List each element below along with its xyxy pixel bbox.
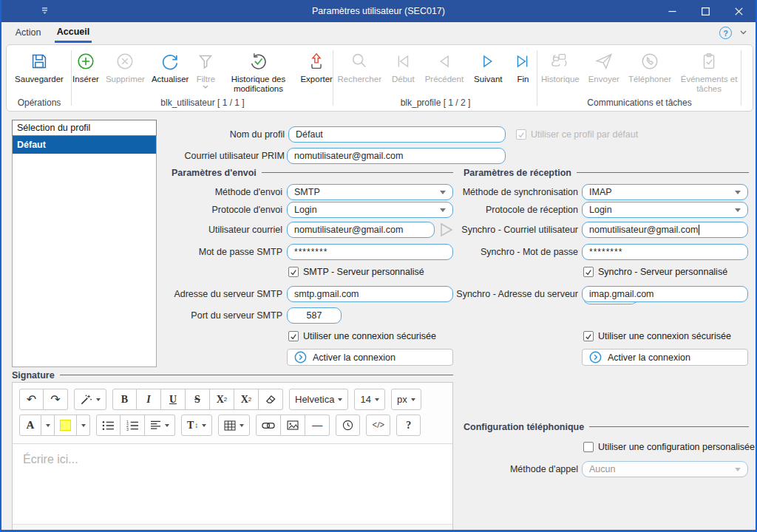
- sync-email-field[interactable]: nomutilisateur@gmail.com: [582, 222, 748, 238]
- chevron-down-icon: [735, 468, 741, 471]
- sync-custom-server-checkbox[interactable]: [583, 267, 594, 277]
- refresh-button[interactable]: Actualiser: [149, 50, 191, 84]
- menubar: Action Accueil ?: [1, 22, 756, 43]
- signature-text-area[interactable]: Écrire ici...: [13, 444, 452, 524]
- strikethrough-button[interactable]: S: [186, 389, 210, 410]
- ribbon-group-operations: Sauvegarder Opérations: [7, 45, 72, 111]
- table-icon[interactable]: [218, 415, 250, 436]
- signature-resize-bar[interactable]: [13, 524, 452, 531]
- sync-activate-connection-button[interactable]: Activer la connexion: [582, 349, 748, 366]
- email-user-field[interactable]: nomutilisateur@gmail.com: [287, 222, 435, 238]
- send-method-select[interactable]: SMTP: [287, 184, 453, 200]
- underline-button[interactable]: U: [161, 389, 186, 410]
- smtp-secure-checkbox[interactable]: [288, 331, 299, 341]
- tab-action[interactable]: Action: [12, 22, 44, 43]
- redo-icon[interactable]: ↷: [44, 389, 68, 410]
- smtp-custom-server-label: SMTP - Serveur personnalisé: [303, 266, 424, 278]
- help-chevron-icon[interactable]: [740, 30, 747, 35]
- communication-history-button: Historique: [539, 50, 582, 84]
- sync-custom-server-label: Synchro - Serveur personnalisé: [598, 266, 727, 278]
- maximize-button[interactable]: [689, 0, 722, 22]
- eraser-icon[interactable]: [259, 389, 283, 410]
- smtp-port-field[interactable]: 587: [287, 307, 342, 324]
- export-button[interactable]: Exporter: [298, 50, 334, 84]
- smtp-activate-connection-button[interactable]: Activer la connexion: [287, 349, 453, 366]
- bold-button[interactable]: B: [112, 389, 137, 410]
- prim-email-field[interactable]: nomutilisateur@gmail.com: [287, 148, 506, 164]
- communication-history-icon: [550, 50, 571, 72]
- delete-button: Supprimer: [103, 50, 147, 84]
- help-icon[interactable]: ?: [719, 27, 732, 39]
- ribbon: Sauvegarder Opérations Insérer: [6, 44, 753, 112]
- highlight-color-caret[interactable]: [77, 415, 90, 436]
- tab-accueil[interactable]: Accueil: [55, 22, 92, 43]
- filter-button: Filtre: [193, 50, 218, 89]
- save-button[interactable]: Sauvegarder: [13, 50, 66, 84]
- first-record-button: Début: [390, 50, 417, 84]
- send-protocol-select[interactable]: Login: [287, 202, 453, 218]
- paragraph-align-icon[interactable]: [145, 415, 175, 436]
- profile-list-header[interactable]: Sélection du profil: [12, 120, 157, 136]
- italic-button[interactable]: I: [137, 389, 161, 410]
- chevron-down-icon: [440, 208, 446, 212]
- search-icon: [349, 50, 370, 72]
- font-color-button[interactable]: A: [19, 415, 41, 436]
- smtp-password-field[interactable]: ********: [287, 244, 453, 260]
- previous-record-button: Précédent: [423, 50, 466, 84]
- titlebar: Paramètres utilisateur (SEC017): [1, 0, 756, 22]
- search-button: Rechercher: [336, 50, 384, 84]
- font-unit-select[interactable]: px: [391, 389, 421, 410]
- ribbon-group-blk-utilisateur: Insérer Supprimer Actualiser: [72, 45, 333, 111]
- first-record-icon: [393, 50, 413, 72]
- subscript-button[interactable]: X2: [234, 389, 259, 410]
- previous-record-icon: [434, 50, 455, 72]
- sync-method-select[interactable]: IMAP: [582, 184, 748, 200]
- highlight-swatch: [60, 420, 71, 431]
- chevron-down-icon: [165, 424, 169, 427]
- next-record-button[interactable]: Suivant: [472, 50, 504, 84]
- ribbon-button-label: Sauvegarder: [15, 75, 64, 84]
- font-family-select[interactable]: Helvetica: [289, 389, 348, 410]
- signature-placeholder: Écrire ici...: [23, 453, 78, 466]
- receive-protocol-select[interactable]: Login: [582, 202, 748, 218]
- smtp-custom-server-checkbox[interactable]: [288, 267, 299, 277]
- sync-secure-checkbox[interactable]: [583, 331, 594, 341]
- line-height-button[interactable]: T↕: [181, 415, 212, 436]
- send-protocol-label: Protocole d'envoi: [135, 202, 282, 218]
- smtp-port-label: Port du serveur SMTP: [135, 307, 282, 324]
- chevron-down-icon: [96, 398, 101, 401]
- undo-icon[interactable]: ↶: [19, 389, 44, 410]
- insert-button[interactable]: Insérer: [70, 50, 101, 84]
- superscript-button[interactable]: X2: [210, 389, 234, 410]
- minimize-button[interactable]: [656, 0, 689, 22]
- close-button[interactable]: [722, 0, 756, 22]
- horizontal-rule-button[interactable]: —: [305, 415, 330, 436]
- ordered-list-icon[interactable]: 123: [120, 415, 145, 436]
- editor-help-button[interactable]: ?: [396, 415, 421, 436]
- unordered-list-icon[interactable]: [96, 415, 120, 436]
- user-settings-window: Paramètres utilisateur (SEC017) Action A…: [0, 0, 757, 532]
- history-check-icon: [248, 50, 268, 72]
- profile-name-field[interactable]: Défaut: [288, 126, 506, 143]
- highlight-color-button[interactable]: [55, 415, 77, 436]
- sync-password-field[interactable]: ********: [582, 244, 748, 260]
- chevron-down-icon: [735, 191, 741, 194]
- font-color-caret[interactable]: [41, 415, 55, 436]
- filter-chevron-icon: [203, 85, 208, 89]
- phone-config-header: Configuration téléphonique: [464, 421, 749, 432]
- last-record-button[interactable]: Fin: [510, 50, 535, 84]
- call-method-label: Méthode d'appel: [415, 461, 578, 477]
- image-icon[interactable]: [281, 415, 305, 436]
- clock-icon[interactable]: [336, 415, 360, 436]
- link-icon[interactable]: [256, 415, 281, 436]
- email-user-label: Utilisateur courriel: [135, 222, 282, 238]
- code-view-button[interactable]: </>: [366, 415, 390, 436]
- sync-server-field[interactable]: imap.gmail.com: [582, 286, 748, 302]
- modification-history-button[interactable]: Historique des modifications: [220, 50, 296, 94]
- chevron-down-icon: [411, 398, 415, 401]
- smtp-server-field[interactable]: smtp.gmail.com: [287, 286, 453, 302]
- magic-style-icon[interactable]: [74, 389, 106, 410]
- font-size-select[interactable]: 14: [354, 389, 384, 410]
- profile-name-label: Nom du profil: [135, 126, 285, 143]
- custom-phone-config-checkbox[interactable]: [583, 442, 594, 452]
